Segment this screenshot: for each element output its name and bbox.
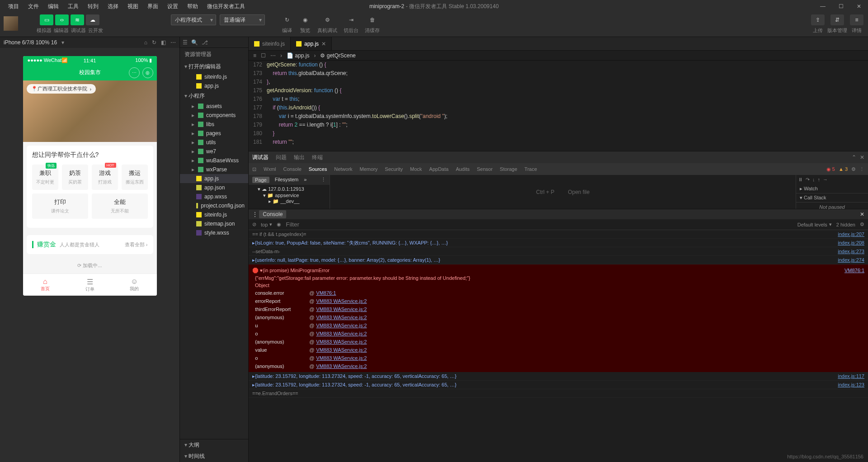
stack-link[interactable]: VM883 WAService.js:2 <box>316 330 367 337</box>
rotate-icon[interactable]: ↻ <box>152 39 156 46</box>
menu-工具[interactable]: 工具 <box>63 3 83 10</box>
folder-we7[interactable]: we7 <box>180 147 248 156</box>
hero-banner[interactable]: 📍广西理工职业技术学院 <box>23 80 157 142</box>
step-out-button[interactable]: ↑ <box>818 177 821 183</box>
mode-select[interactable]: 小程序模式 <box>171 14 216 25</box>
stack-link[interactable]: VM883 WAService.js:2 <box>316 354 367 362</box>
sources-tree[interactable]: ▾ ☁ 127.0.0.1:12913 ▾ 📁 appservice ▸ 📁 _… <box>249 185 330 205</box>
align-icon[interactable]: ≡ <box>253 52 256 59</box>
tab-订单[interactable]: ☰订单 <box>67 274 112 296</box>
menu-视图[interactable]: 视图 <box>123 3 143 10</box>
stack-link[interactable]: VM883 WAService.js:2 <box>316 306 367 313</box>
code-editor[interactable]: 172173174175176177178179180181 getQrScen… <box>249 61 868 151</box>
devtools-tab-Storage[interactable]: Storage <box>500 166 518 172</box>
devtools-tab-Console[interactable]: Console <box>283 166 302 172</box>
editor-tab-siteinfo.js[interactable]: siteinfo.js <box>249 37 291 50</box>
folder-utils[interactable]: utils <box>180 138 248 147</box>
folder-pages[interactable]: pages <box>180 129 248 138</box>
context-select[interactable]: top ▾ <box>261 222 272 227</box>
tile-游戏[interactable]: HOT游戏打游戏 <box>92 165 118 190</box>
more-icon[interactable]: ⋯ <box>170 39 176 46</box>
bonus-card[interactable]: 赚赏金 人人都是赏金猎人 查看全部 › <box>27 235 153 254</box>
devtools-tab-Trace[interactable]: Trace <box>524 166 537 172</box>
menu-微信开发者工具[interactable]: 微信开发者工具 <box>203 3 250 10</box>
pause-button[interactable]: ⏸ <box>798 177 803 183</box>
bookmark-icon[interactable]: ☐ <box>261 52 266 59</box>
eye-icon[interactable]: ◉ <box>277 222 281 227</box>
stack-link[interactable]: VM883 WAService.js:2 <box>316 363 367 370</box>
devtools-tab-Security[interactable]: Security <box>385 166 403 172</box>
capsule-menu[interactable]: ⋯ <box>129 67 140 78</box>
maximize-button[interactable]: ☐ <box>832 0 850 13</box>
source-link[interactable]: index.js:117 <box>838 372 864 380</box>
callstack-section[interactable]: ▾ Call Stack <box>796 193 868 203</box>
editor-toggle[interactable]: ‹› <box>55 14 69 25</box>
open-editor-siteinfo.js[interactable]: siteinfo.js <box>180 72 248 81</box>
folder-wuBaseWxss[interactable]: wuBaseWxss <box>180 156 248 165</box>
devtools-tab-Network[interactable]: Network <box>334 166 352 172</box>
cloud-dev-button[interactable]: ☁ <box>86 14 99 25</box>
tile-兼职[interactable]: 快选兼职不定时更 <box>32 165 58 190</box>
device-select[interactable]: iPhone 6/7/8 100% 16 <box>4 39 57 46</box>
devtools-tab-AppData[interactable]: AppData <box>429 166 448 172</box>
预览-button[interactable]: ◉ <box>299 14 311 25</box>
menu-界面[interactable]: 界面 <box>143 3 163 10</box>
devtools-tab-Mock[interactable]: Mock <box>410 166 422 172</box>
timeline-section[interactable]: 时间线 <box>180 451 248 462</box>
devtools-tab-Memory[interactable]: Memory <box>360 166 378 172</box>
切后台-button[interactable]: ⇥ <box>345 14 357 25</box>
menu-文件[interactable]: 文件 <box>24 3 43 10</box>
location-chip[interactable]: 📍广西理工职业技术学院 <box>27 84 96 94</box>
source-link[interactable]: index.js:274 <box>838 256 864 264</box>
stack-link[interactable]: VM883 WAService.js:2 <box>316 346 367 354</box>
上传-button[interactable]: ⇪ <box>811 14 825 25</box>
menu-设置[interactable]: 设置 <box>163 3 183 10</box>
source-link[interactable]: VM876:1 <box>844 267 864 274</box>
console-drawer-tab[interactable]: Console <box>259 210 286 218</box>
compile-select[interactable]: 普通编译 <box>220 14 265 25</box>
search-icon[interactable]: 🔍 <box>191 39 198 46</box>
folder-components[interactable]: components <box>180 111 248 120</box>
log-level-select[interactable]: Default levels ▾ <box>797 222 832 227</box>
source-link[interactable]: index.js:208 <box>838 239 864 246</box>
element-picker-icon[interactable]: ⊡ <box>252 166 256 172</box>
close-button[interactable]: ✕ <box>850 0 868 13</box>
sources-more-tab[interactable]: » <box>304 177 307 183</box>
menu-选择[interactable]: 选择 <box>103 3 123 10</box>
tab-terminal[interactable]: 终端 <box>312 154 323 161</box>
file-siteinfo.js[interactable]: siteinfo.js <box>180 210 248 219</box>
console-output[interactable]: == if (t && t.pageIndex)=index.js:207▸{I… <box>249 230 868 462</box>
menu-编辑[interactable]: 编辑 <box>43 3 63 10</box>
详情-button[interactable]: ≡ <box>850 14 863 25</box>
console-settings-icon[interactable]: ⚙ <box>860 222 864 227</box>
debugger-toggle[interactable]: ≋ <box>71 14 84 25</box>
share-icon[interactable]: ◧ <box>161 39 166 46</box>
open-editors-section[interactable]: 打开的编辑器 <box>180 61 248 72</box>
devtools-tab-Sources[interactable]: Sources <box>309 166 327 172</box>
outline-section[interactable]: 大纲 <box>180 439 248 451</box>
breadcrumb-file[interactable]: 📄 app.js <box>287 52 309 59</box>
warn-count[interactable]: ▲ 3 <box>839 166 848 172</box>
clear-console-icon[interactable]: ⊘ <box>252 222 256 227</box>
expand-icon[interactable]: ⌃ <box>852 154 856 160</box>
stack-link[interactable]: VM883 WAService.js:2 <box>316 322 367 329</box>
console-drawer-menu[interactable]: ⋮ <box>252 211 258 217</box>
folder-libs[interactable]: libs <box>180 120 248 129</box>
source-link[interactable]: index.js:273 <box>838 248 864 255</box>
avatar[interactable] <box>4 16 18 31</box>
watch-section[interactable]: ▸ Watch <box>796 184 868 193</box>
breadcrumb-symbol[interactable]: ⚙ getQrScene <box>320 52 355 59</box>
explorer-icon[interactable]: ☰ <box>183 39 188 46</box>
sources-menu-icon[interactable]: ⋮ <box>321 177 326 183</box>
folder-wxParse[interactable]: wxParse <box>180 165 248 174</box>
close-tab-icon[interactable]: ✕ <box>321 41 326 47</box>
branch-icon[interactable]: ⎇ <box>202 39 208 46</box>
menu-转到[interactable]: 转到 <box>83 3 103 10</box>
devtools-settings-icon[interactable]: ⚙ <box>851 166 856 172</box>
open-editor-app.js[interactable]: app.js <box>180 81 248 90</box>
file-app.js[interactable]: app.js <box>180 174 248 183</box>
console-filter-input[interactable] <box>286 221 793 228</box>
tab-debugger[interactable]: 调试器 <box>252 154 269 161</box>
file-app.json[interactable]: app.json <box>180 183 248 192</box>
tile-打印[interactable]: 打印课件论文 <box>32 193 88 219</box>
